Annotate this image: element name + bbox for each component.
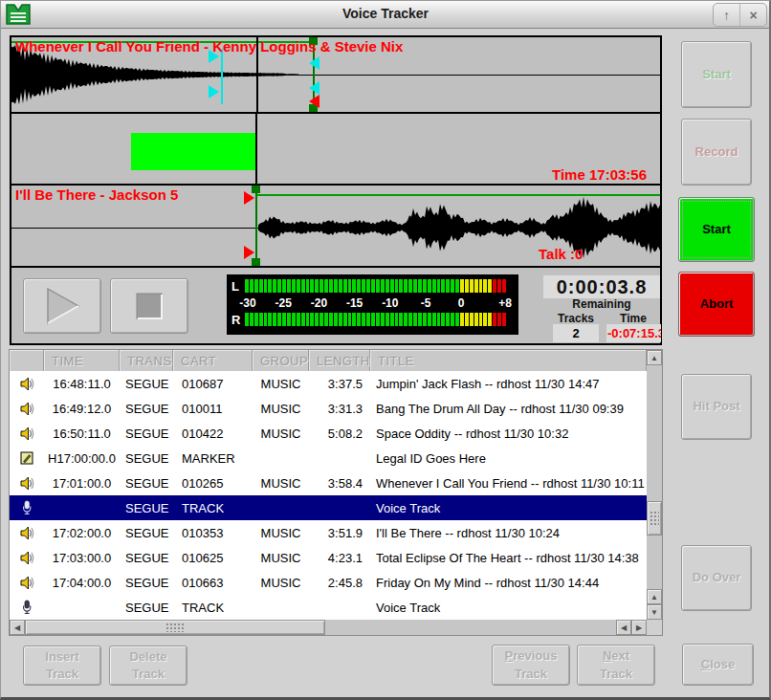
marker-icon	[10, 450, 44, 466]
track-waveform-panel[interactable]: Time 17:03:56	[11, 114, 660, 186]
deck1-waveform-panel[interactable]: Whenever I Call You Friend - Kenny Loggi…	[11, 37, 660, 114]
log-cell-trans: SEGUE	[120, 427, 173, 441]
scroll-up-button[interactable]: ▲	[647, 350, 662, 365]
talk-readout: Talk :0	[539, 246, 583, 262]
log-cell-title: Whenever I Call You Friend -- rdhost 11/…	[370, 476, 647, 491]
log-cell-group: MUSIC	[253, 576, 309, 590]
start-next-button[interactable]: Start	[678, 197, 755, 262]
deck2-start-handle-bottom[interactable]	[252, 258, 260, 266]
log-header-group[interactable]: GROUP	[253, 350, 309, 371]
log-header-time[interactable]: TIME	[44, 350, 120, 371]
next-track-button[interactable]: NextTrack	[577, 645, 655, 686]
log-header-icon[interactable]	[10, 350, 44, 371]
scrollbar-corner	[647, 620, 662, 635]
log-cell-length: 2:45.8	[309, 576, 370, 590]
deck2-waveform-panel[interactable]: I'll Be There - Jackson 5 Talk :0	[11, 186, 660, 268]
log-header-cart[interactable]: CART	[173, 350, 253, 371]
deck1-red-end-marker[interactable]	[309, 95, 319, 108]
log-cell-title: Bang The Drum All Day -- rdhost 11/30 09…	[370, 402, 647, 416]
log-cell-cart: TRACK	[173, 601, 253, 615]
speaker-icon	[10, 376, 44, 392]
insert-track-button[interactable]: InsertTrack	[23, 645, 101, 686]
log-cell-length: 5:08.2	[309, 427, 370, 441]
vu-scale-tick: 0	[458, 296, 465, 310]
previous-track-label: PreviousTrack	[505, 647, 558, 682]
log-cell-length: 3:51.9	[309, 526, 370, 540]
deck1-cyan-marker-bottom[interactable]	[209, 85, 219, 98]
log-row[interactable]: 17:01:00.0SEGUE010265MUSIC3:58.4Whenever…	[10, 470, 647, 495]
log-header-title[interactable]: TITLE	[370, 350, 647, 371]
log-cell-cart: 010265	[173, 476, 253, 491]
log-cell-trans: SEGUE	[120, 526, 173, 540]
horizontal-scrollbar-thumb[interactable]	[25, 620, 325, 635]
log-cell-group: MUSIC	[253, 476, 309, 491]
close-window-button[interactable]: ×	[739, 4, 766, 26]
log-header: TIMETRANSCARTGROUPLENGTHTITLE	[10, 350, 647, 371]
scroll-left-button[interactable]: ◀	[10, 620, 25, 635]
deck1-centerline	[11, 75, 660, 76]
log-cell-trans: SEGUE	[120, 476, 173, 491]
abort-button[interactable]: Abort	[678, 272, 755, 337]
deck2-title: I'll Be There - Jackson 5	[15, 186, 178, 203]
remaining-tracks-value: 2	[553, 324, 599, 342]
remaining-label: Remaining	[543, 297, 660, 311]
log-row[interactable]: SEGUETRACKVoice Track	[10, 595, 647, 620]
deck2-start-marker-line[interactable]	[255, 186, 257, 266]
scroll-up-button-2[interactable]: ▲	[647, 589, 662, 604]
remaining-time-label: Time	[606, 312, 660, 325]
log-row[interactable]: 16:48:11.0SEGUE010687MUSIC3:37.5Jumpin' …	[10, 371, 647, 396]
start-next-label: Start	[702, 221, 731, 238]
hit-post-button[interactable]: Hit Post	[681, 374, 752, 440]
horizontal-scrollbar[interactable]: ◀ ◀ ▶	[10, 620, 662, 635]
play-button[interactable]	[23, 278, 101, 334]
log-cell-title: Voice Track	[370, 501, 647, 515]
start-previous-button[interactable]: Start	[681, 41, 752, 108]
previous-track-button[interactable]: PreviousTrack	[492, 645, 570, 686]
record-button[interactable]: Record	[681, 119, 752, 186]
scroll-down-button[interactable]: ▼	[647, 604, 662, 620]
log-cell-cart: 010687	[173, 377, 253, 391]
play-icon	[40, 286, 84, 326]
log-cell-group: MUSIC	[253, 551, 309, 565]
deck2-red-marker-top[interactable]	[244, 191, 254, 205]
log-cell-title: Friday On My Mind -- rdhost 11/30 14:44	[370, 576, 647, 590]
window-title: Voice Tracker	[0, 6, 771, 21]
deck1-cyan-end-marker-bottom[interactable]	[309, 81, 319, 95]
deck1-cyan-end-marker-top[interactable]	[309, 56, 319, 70]
voice-track-region[interactable]	[131, 133, 256, 170]
log-row[interactable]: 16:50:11.0SEGUE010422MUSIC5:08.2Space Od…	[10, 421, 647, 446]
log-cell-title: Voice Track	[370, 601, 647, 615]
speaker-icon	[10, 525, 44, 541]
shade-window-button[interactable]: ↑	[714, 4, 739, 26]
speaker-icon	[10, 426, 44, 442]
microphone-icon	[10, 600, 44, 615]
do-over-button[interactable]: Do Over	[681, 545, 752, 611]
log-row[interactable]: 17:03:00.0SEGUE010625MUSIC4:23.1Total Ec…	[10, 545, 647, 570]
log-cell-title: Space Oddity -- rdhost 11/30 10:32	[370, 427, 647, 441]
vertical-scrollbar[interactable]: ▲ ▲ ▼	[647, 350, 662, 620]
vu-scale-tick: -5	[421, 296, 431, 310]
scroll-left-button-2[interactable]: ◀	[616, 620, 631, 635]
vu-right-label: R	[231, 313, 240, 327]
deck1-cyan-marker-line[interactable]	[221, 49, 223, 104]
log-row[interactable]: 17:02:00.0SEGUE010353MUSIC3:51.9I'll Be …	[10, 520, 647, 545]
log-row-selected[interactable]: SEGUETRACKVoice Track	[10, 495, 647, 520]
scroll-right-button[interactable]: ▶	[631, 620, 647, 635]
vu-left-segments	[245, 279, 506, 293]
log-cell-time: 17:04:00.0	[44, 576, 120, 590]
vertical-scrollbar-thumb[interactable]	[647, 501, 662, 536]
log-row[interactable]: 17:04:00.0SEGUE010663MUSIC2:45.8Friday O…	[10, 570, 647, 595]
delete-track-label: DeleteTrack	[129, 648, 166, 683]
log-header-length[interactable]: LENGTH	[309, 350, 370, 371]
log-header-trans[interactable]: TRANS	[120, 350, 173, 371]
voice-tracker-display: Whenever I Call You Friend - Kenny Loggi…	[10, 35, 662, 345]
log-row[interactable]: H17:00:00.0SEGUEMARKERLegal ID Goes Here	[10, 446, 647, 470]
log-cell-title: Jumpin' Jack Flash -- rdhost 11/30 14:47	[370, 377, 647, 391]
delete-track-button[interactable]: DeleteTrack	[109, 645, 187, 686]
stop-button[interactable]	[110, 278, 188, 334]
log-row[interactable]: 16:49:12.0SEGUE010011MUSIC3:31.3Bang The…	[10, 396, 647, 421]
vu-scale: -30-25-20-15-10-50+8	[227, 296, 518, 311]
deck2-red-marker-bottom[interactable]	[244, 246, 254, 259]
log-cell-length: 4:23.1	[309, 551, 370, 565]
close-button[interactable]: Close	[682, 644, 754, 686]
